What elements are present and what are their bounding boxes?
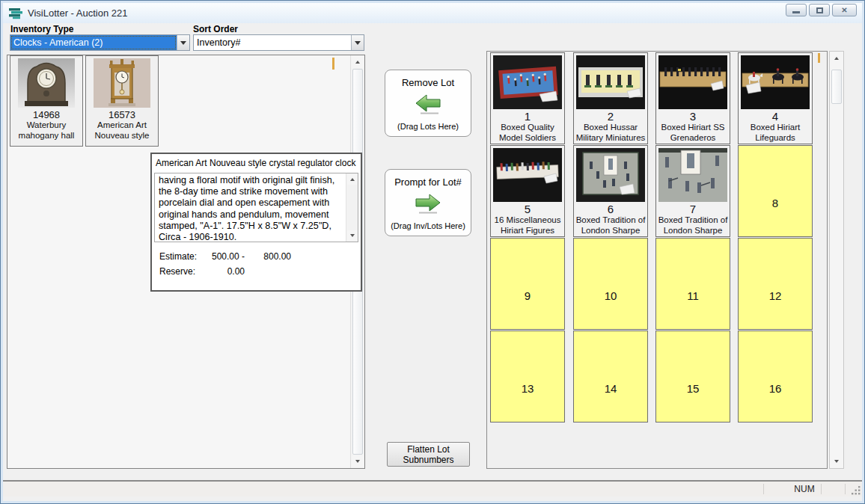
lot-cell-4[interactable]: 4 Boxed Hiriart Lifeguards — [738, 52, 813, 144]
lot-cell-6[interactable]: 6 Boxed Tradition of London Sharpe — [573, 145, 648, 237]
remove-lot-dropzone[interactable]: Remove Lot (Drag Lots Here) — [385, 70, 471, 137]
lot-cell-7[interactable]: 7 Boxed Tradition of London Sharpe — [655, 145, 730, 237]
scroll-down-icon — [834, 460, 839, 463]
close-button[interactable]: ✕ — [832, 4, 857, 16]
chevron-down-icon — [355, 41, 361, 45]
lot-name: Lifeguards — [739, 133, 812, 144]
lot-number: 3 — [656, 110, 730, 123]
grenaderos-row-photo — [658, 55, 727, 109]
green-arrow-right-icon — [413, 191, 443, 214]
lot-number: 10 — [574, 289, 647, 302]
spacer — [245, 266, 291, 277]
lot-cell-14[interactable]: 14 — [573, 331, 648, 422]
lot-cell-16[interactable]: 16 — [738, 331, 813, 422]
mantel-clock-photo — [18, 58, 75, 108]
remove-lot-hint: (Drag Lots Here) — [385, 122, 471, 131]
lot-name: Boxed Hussar — [574, 123, 647, 133]
lot-number: 8 — [739, 197, 812, 209]
item-description-text: having a floral motif with original gilt… — [155, 173, 345, 242]
lot-cell-13[interactable]: 13 — [490, 331, 565, 422]
inventory-type-dropdown-button[interactable] — [177, 35, 189, 50]
lot-number: 7 — [656, 203, 730, 215]
close-icon: ✕ — [841, 6, 847, 14]
lot-name: Boxed Hiriart — [739, 123, 812, 133]
scroll-down-button[interactable] — [347, 230, 357, 241]
lot-cell-5[interactable]: 5 16 Miscellaneous Hiriart Figures — [490, 145, 565, 237]
lot-name: 16 Miscellaneous — [491, 215, 564, 226]
lot-cell-12[interactable]: 12 — [738, 238, 813, 330]
inventory-type-value: Clocks - American (2) — [10, 35, 177, 50]
maximize-icon — [816, 7, 823, 13]
app-window: VisiLotter - Auction 221 ✕ Inventory Typ… — [0, 0, 865, 504]
lot-name: Model Soldiers — [491, 133, 564, 144]
prompt-for-lot-hint: (Drag Inv/Lots Here) — [385, 221, 471, 230]
estimate-reserve-block: Estimate: 500.00 - 800.00 Reserve: 0.00 — [159, 251, 291, 277]
lot-number: 11 — [656, 289, 730, 302]
inventory-name: mahogany hall — [10, 131, 82, 141]
scroll-up-button[interactable] — [831, 52, 843, 64]
app-icon — [9, 7, 22, 19]
inventory-item-14968[interactable]: 14968 Waterbury mahogany hall — [10, 55, 83, 147]
lot-name: Boxed Hiriart SS — [656, 123, 730, 133]
lot-name: London Sharpe — [574, 226, 647, 236]
lot-number: 5 — [491, 203, 564, 215]
minimize-icon — [792, 11, 800, 13]
reserve-value: 0.00 — [206, 266, 245, 277]
scroll-down-button[interactable] — [352, 455, 364, 467]
scroll-up-icon — [350, 178, 355, 181]
lot-number: 6 — [574, 203, 647, 215]
lots-scrollbar[interactable] — [829, 51, 844, 469]
prompt-for-lot-dropzone[interactable]: Prompt for Lot# (Drag Inv/Lots Here) — [385, 169, 471, 236]
scrollbar-thumb[interactable] — [831, 70, 842, 104]
inventory-name: Nouveau style — [86, 131, 158, 141]
scroll-marker — [818, 53, 820, 63]
inventory-name: Waterbury — [10, 120, 82, 131]
reserve-label: Reserve: — [159, 266, 206, 277]
lot-number: 14 — [574, 382, 647, 395]
num-lock-indicator: NUM — [788, 484, 821, 494]
lot-column-4: 4 Boxed Hiriart Lifeguards 8 12 16 — [738, 52, 813, 422]
hussar-miniatures-box-photo — [576, 55, 645, 109]
lot-number: 15 — [656, 382, 730, 395]
lot-cell-3[interactable]: 3 Boxed Hiriart SS Grenaderos — [655, 52, 730, 144]
scroll-up-icon — [834, 57, 839, 60]
sort-order-dropdown-button[interactable] — [351, 35, 364, 50]
inventory-card-row: 14968 Waterbury mahogany hall — [10, 55, 159, 147]
lot-cell-11[interactable]: 11 — [655, 238, 730, 330]
lot-cell-8[interactable]: 8 — [738, 145, 813, 237]
inventory-number: 14968 — [10, 109, 82, 120]
minimize-button[interactable] — [786, 4, 807, 16]
lot-number: 16 — [739, 382, 812, 395]
description-scrollbar[interactable] — [346, 173, 358, 242]
prompt-for-lot-label: Prompt for Lot# — [385, 176, 471, 188]
lot-number: 4 — [739, 110, 812, 123]
window-controls: ✕ — [786, 4, 857, 16]
lot-name: Grenaderos — [656, 133, 730, 144]
lot-cell-1[interactable]: 1 Boxed Quality Model Soldiers — [490, 52, 565, 144]
lot-name: Boxed Tradition of — [574, 215, 647, 226]
lot-name: Boxed Tradition of — [656, 215, 730, 226]
scroll-down-icon — [355, 460, 360, 463]
resize-grip[interactable] — [852, 485, 861, 495]
maximize-button[interactable] — [809, 4, 830, 16]
sort-order-value: Inventory# — [194, 35, 351, 50]
crystal-regulator-clock-photo — [94, 58, 150, 108]
inventory-item-16573[interactable]: 16573 American Art Nouveau style — [85, 55, 159, 147]
lot-column-2: 2 Boxed Hussar Military Miniatures — [573, 52, 648, 422]
item-description-box: having a floral motif with original gilt… — [154, 173, 358, 242]
lot-cell-2[interactable]: 2 Boxed Hussar Military Miniatures — [573, 52, 648, 144]
scroll-up-button[interactable] — [352, 56, 364, 68]
sharpe-boxed-set-photo — [576, 148, 645, 202]
inventory-type-combo[interactable]: Clocks - American (2) — [10, 34, 190, 51]
flatten-lot-subnumbers-button[interactable]: Flatten Lot Subnumbers — [387, 442, 470, 467]
lot-cell-9[interactable]: 9 — [490, 238, 565, 330]
scroll-down-button[interactable] — [831, 455, 843, 467]
misc-figures-strip-photo — [493, 148, 562, 202]
lot-name: Hiriart Figures — [491, 226, 564, 236]
scroll-down-icon — [350, 234, 355, 237]
sort-order-combo[interactable]: Inventory# — [193, 34, 364, 51]
scroll-up-button[interactable] — [347, 174, 357, 185]
flatten-label-line2: Subnumbers — [388, 455, 469, 465]
lot-cell-10[interactable]: 10 — [573, 238, 648, 330]
lot-cell-15[interactable]: 15 — [655, 331, 730, 422]
